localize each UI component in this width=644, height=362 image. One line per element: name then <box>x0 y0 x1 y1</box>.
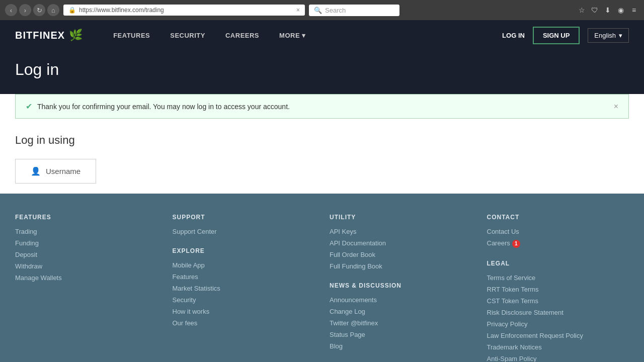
footer-link-blog[interactable]: Blog <box>330 342 472 350</box>
page-title: Log in <box>15 60 629 79</box>
browser-chrome: ‹ › ↻ ⌂ 🔒 https://www.bitfinex.com/tradi… <box>0 0 644 20</box>
logo-leaf-icon: 🌿 <box>69 29 83 42</box>
footer-news-title: NEWS & DISCUSSION <box>330 282 472 289</box>
lock-icon: 🔒 <box>68 7 76 14</box>
username-btn-label: Username <box>46 167 80 175</box>
url-text: https://www.bitfinex.com/trading <box>79 7 164 14</box>
alert-success-icon: ✔ <box>26 102 32 111</box>
url-bar[interactable]: 🔒 https://www.bitfinex.com/trading × <box>63 5 305 16</box>
footer-support-subsection: SUPPORT Support Center <box>173 214 315 235</box>
careers-badge: 1 <box>512 240 520 248</box>
nav-more[interactable]: MORE ▾ <box>269 20 316 50</box>
footer-link-anti-spam[interactable]: Anti-Spam Policy <box>487 355 629 363</box>
browser-nav-buttons: ‹ › ↻ ⌂ <box>5 4 59 16</box>
nav-right: LOG IN SIGN UP English ▾ <box>502 27 629 44</box>
page-header: Log in <box>0 50 644 94</box>
footer-utility-section: UTILITY API Keys API Documentation Full … <box>330 214 472 362</box>
careers-label: Careers <box>487 239 510 247</box>
browser-toolbar-icons: ☆ 🛡 ⬇ ◉ ≡ <box>577 5 639 15</box>
footer-support-title: SUPPORT <box>173 214 315 221</box>
footer-legal-title: LEGAL <box>487 260 629 267</box>
footer-link-market-statistics[interactable]: Market Statistics <box>173 285 315 292</box>
alert-message: Thank you for confirming your email. You… <box>37 103 609 111</box>
footer-features-title: FEATURES <box>15 214 157 221</box>
footer-link-trademark[interactable]: Trademark Notices <box>487 343 629 351</box>
nav-security[interactable]: SECURITY <box>160 20 215 50</box>
footer: FEATURES Trading Funding Deposit Withdra… <box>0 194 644 362</box>
footer-link-manage-wallets[interactable]: Manage Wallets <box>15 274 157 282</box>
footer-contact-section: CONTACT Contact Us Careers1 LEGAL Terms … <box>487 214 629 362</box>
nav-features[interactable]: FEATURES <box>103 20 160 50</box>
footer-link-withdraw[interactable]: Withdraw <box>15 262 157 270</box>
footer-link-api-keys[interactable]: API Keys <box>330 228 472 235</box>
language-selector[interactable]: English ▾ <box>588 28 629 43</box>
footer-link-announcements[interactable]: Announcements <box>330 296 472 304</box>
logo[interactable]: BITFINEX 🌿 <box>15 29 83 42</box>
footer-link-terms[interactable]: Terms of Service <box>487 274 629 282</box>
login-button[interactable]: LOG IN <box>502 32 525 39</box>
footer-contact-title: CONTACT <box>487 214 629 221</box>
alert-close-button[interactable]: × <box>614 102 618 111</box>
nav-links: FEATURES SECURITY CAREERS MORE ▾ <box>103 20 315 50</box>
footer-support-section: SUPPORT Support Center EXPLORE Mobile Ap… <box>173 214 315 362</box>
main-navbar: BITFINEX 🌿 FEATURES SECURITY CAREERS MOR… <box>0 20 644 50</box>
home-button[interactable]: ⌂ <box>47 4 59 16</box>
main-content: Log in using 👤 Username <box>0 119 644 194</box>
footer-link-twitter[interactable]: Twitter @bitfinex <box>330 319 472 327</box>
footer-link-deposit[interactable]: Deposit <box>15 251 157 258</box>
footer-link-rrt-token[interactable]: RRT Token Terms <box>487 286 629 293</box>
footer-legal-subsection: LEGAL Terms of Service RRT Token Terms C… <box>487 260 629 363</box>
pocket-icon[interactable]: ◉ <box>616 5 626 15</box>
footer-link-privacy-policy[interactable]: Privacy Policy <box>487 320 629 328</box>
footer-contact-subsection: CONTACT Contact Us Careers1 <box>487 214 629 248</box>
footer-link-security[interactable]: Security <box>173 296 315 304</box>
footer-link-full-funding-book[interactable]: Full Funding Book <box>330 262 472 270</box>
footer-link-support-center[interactable]: Support Center <box>173 228 315 235</box>
footer-link-careers[interactable]: Careers1 <box>487 239 629 248</box>
nav-careers[interactable]: CAREERS <box>215 20 269 50</box>
language-label: English <box>594 32 616 39</box>
back-button[interactable]: ‹ <box>5 4 17 16</box>
overflow-icon[interactable]: ≡ <box>629 5 639 15</box>
forward-button[interactable]: › <box>19 4 31 16</box>
footer-news-subsection: NEWS & DISCUSSION Announcements Change L… <box>330 282 472 350</box>
close-tab-icon[interactable]: × <box>296 7 300 14</box>
footer-link-api-docs[interactable]: API Documentation <box>330 239 472 247</box>
language-arrow-icon: ▾ <box>619 32 622 39</box>
footer-link-cst-token[interactable]: CST Token Terms <box>487 297 629 305</box>
footer-explore-title: EXPLORE <box>173 247 315 254</box>
footer-link-our-fees[interactable]: Our fees <box>173 319 315 327</box>
username-login-button[interactable]: 👤 Username <box>15 159 96 184</box>
footer-link-full-order-book[interactable]: Full Order Book <box>330 251 472 258</box>
logo-text: BITFINEX <box>15 30 65 41</box>
footer-link-change-log[interactable]: Change Log <box>330 308 472 315</box>
alert-banner: ✔ Thank you for confirming your email. Y… <box>15 94 629 119</box>
footer-link-law-enforcement[interactable]: Law Enforcement Request Policy <box>487 332 629 339</box>
search-placeholder: Search <box>325 7 346 14</box>
bookmark-icon[interactable]: ☆ <box>577 5 587 15</box>
footer-features-section: FEATURES Trading Funding Deposit Withdra… <box>15 214 157 362</box>
user-icon: 👤 <box>31 166 41 176</box>
footer-link-how-it-works[interactable]: How it works <box>173 308 315 315</box>
chevron-down-icon: ▾ <box>302 32 306 39</box>
signup-button[interactable]: SIGN UP <box>533 27 580 44</box>
reload-button[interactable]: ↻ <box>33 4 45 16</box>
footer-link-contact-us[interactable]: Contact Us <box>487 228 629 235</box>
footer-link-funding[interactable]: Funding <box>15 239 157 247</box>
footer-utility-subsection: UTILITY API Keys API Documentation Full … <box>330 214 472 270</box>
footer-link-status-page[interactable]: Status Page <box>330 331 472 338</box>
footer-link-risk-disclosure[interactable]: Risk Disclosure Statement <box>487 309 629 316</box>
browser-search-bar[interactable]: 🔍 Search <box>309 5 399 16</box>
login-using-heading: Log in using <box>15 134 629 147</box>
footer-link-trading[interactable]: Trading <box>15 228 157 235</box>
footer-link-features[interactable]: Features <box>173 273 315 281</box>
footer-utility-title: UTILITY <box>330 214 472 221</box>
download-icon[interactable]: ⬇ <box>603 5 613 15</box>
footer-link-mobile-app[interactable]: Mobile App <box>173 261 315 269</box>
search-icon: 🔍 <box>314 7 322 14</box>
footer-explore-subsection: EXPLORE Mobile App Features Market Stati… <box>173 247 315 327</box>
shield-icon[interactable]: 🛡 <box>590 5 600 15</box>
